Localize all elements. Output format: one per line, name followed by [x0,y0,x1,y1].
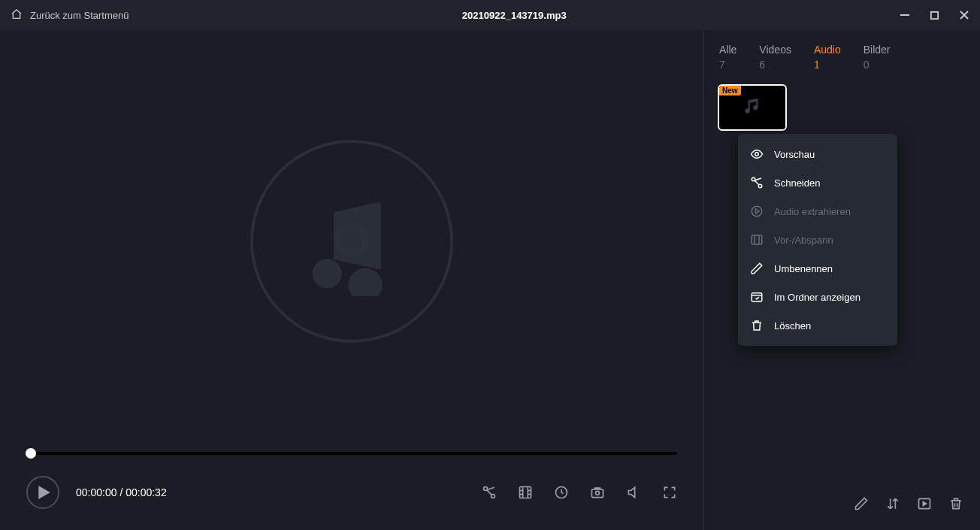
audio-disc-placeholder [250,140,453,343]
seek-thumb[interactable] [26,448,36,459]
svg-point-24 [752,206,762,217]
import-icon[interactable] [917,496,932,511]
svg-point-19 [755,153,759,156]
ctx-intro-outro: Vor-/Abspann [738,226,897,254]
volume-icon[interactable] [626,485,641,500]
back-label: Zurück zum Startmenü [30,10,129,21]
back-to-start-button[interactable]: Zurück zum Startmenü [11,8,129,23]
music-note-icon [295,183,408,299]
fullscreen-icon[interactable] [662,485,677,500]
svg-rect-17 [592,489,603,498]
media-sidebar: Alle 7 Videos 6 Audio 1 Bilder 0 New [703,30,980,530]
time-display: 00:00:00 / 00:00:32 [76,486,167,498]
minimize-button[interactable] [900,10,910,20]
player-panel: 00:00:00 / 00:00:32 [0,30,703,530]
sort-icon[interactable] [885,496,900,511]
svg-rect-28 [752,293,762,301]
ctx-cut[interactable]: Schneiden [738,168,897,197]
file-title: 20210922_143719.mp3 [462,10,567,21]
audio-thumbnail[interactable]: New [718,84,787,131]
close-button[interactable] [959,10,969,20]
home-icon [11,8,23,23]
svg-rect-9 [520,487,531,498]
ctx-delete[interactable]: Löschen [738,311,897,340]
filter-tabs: Alle 7 Videos 6 Audio 1 Bilder 0 [704,30,980,77]
context-menu: Vorschau Schneiden Audio extrahieren Vor… [738,134,897,346]
album-art-area [0,30,703,452]
tab-alle[interactable]: Alle 7 [719,44,737,71]
tab-videos[interactable]: Videos 6 [759,44,791,71]
svg-line-8 [487,490,492,495]
ctx-rename[interactable]: Umbenennen [738,254,897,283]
trash-icon[interactable] [948,496,963,511]
ctx-show-in-folder[interactable]: Im Ordner anzeigen [738,283,897,311]
svg-line-23 [755,180,759,185]
new-badge: New [719,86,741,95]
svg-rect-25 [752,235,762,244]
ctx-preview[interactable]: Vorschau [738,140,897,168]
seek-bar[interactable] [0,452,703,455]
ctx-extract-audio: Audio extrahieren [738,197,897,226]
maximize-button[interactable] [930,10,939,20]
play-button[interactable] [26,476,59,509]
titlebar: Zurück zum Startmenü 20210922_143719.mp3 [0,0,980,30]
svg-point-18 [596,491,600,495]
svg-rect-1 [931,11,938,18]
tab-bilder[interactable]: Bilder 0 [864,44,891,71]
cut-icon[interactable] [482,485,497,500]
music-note-icon [743,96,762,119]
film-icon[interactable] [518,485,533,500]
speed-icon[interactable] [554,485,569,500]
edit-icon[interactable] [854,496,869,511]
tab-audio[interactable]: Audio 1 [814,44,841,71]
snapshot-icon[interactable] [590,485,605,500]
